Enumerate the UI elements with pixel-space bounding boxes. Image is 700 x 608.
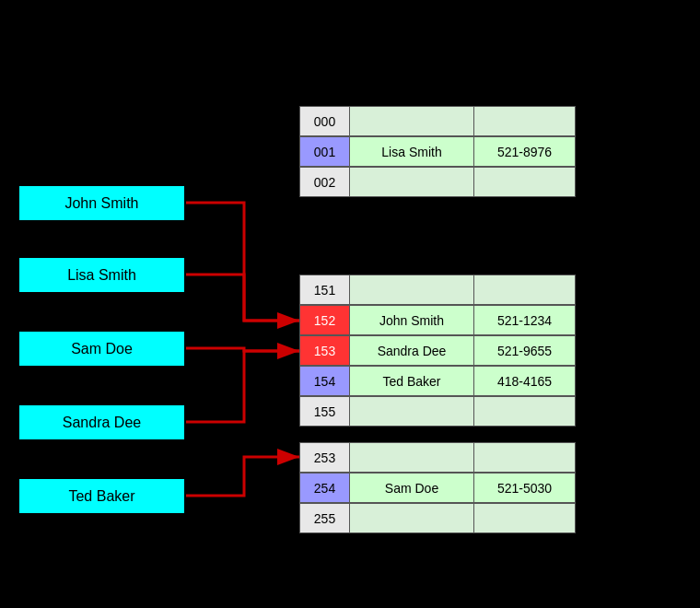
name-box-lisa-smith: Lisa Smith bbox=[18, 256, 186, 294]
table-group-000: 000 001 Lisa Smith 521-8976 002 bbox=[299, 106, 576, 197]
cell-name-155 bbox=[350, 396, 474, 427]
table-row: 253 bbox=[299, 442, 576, 473]
cell-name-254: Sam Doe bbox=[350, 473, 474, 503]
table-row: 151 bbox=[299, 275, 576, 305]
name-label-sandra-dee: Sandra Dee bbox=[63, 415, 141, 431]
arrow-ted-to-253 bbox=[186, 457, 299, 496]
cell-name-001: Lisa Smith bbox=[350, 136, 474, 167]
table-row: 154 Ted Baker 418-4165 bbox=[299, 366, 576, 396]
cell-index-000: 000 bbox=[299, 106, 350, 136]
table-row: 000 bbox=[299, 106, 576, 136]
cell-phone-155 bbox=[474, 396, 576, 427]
cell-name-154: Ted Baker bbox=[350, 366, 474, 396]
cell-name-000 bbox=[350, 106, 474, 136]
cell-phone-000 bbox=[474, 106, 576, 136]
cell-name-255 bbox=[350, 503, 474, 533]
name-box-sandra-dee: Sandra Dee bbox=[18, 403, 186, 441]
cell-index-152: 152 bbox=[299, 305, 350, 335]
cell-phone-254: 521-5030 bbox=[474, 473, 576, 503]
name-box-sam-doe: Sam Doe bbox=[18, 330, 186, 368]
table-group-253: 253 254 Sam Doe 521-5030 255 bbox=[299, 442, 576, 533]
table-row: 001 Lisa Smith 521-8976 bbox=[299, 136, 576, 167]
cell-phone-253 bbox=[474, 442, 576, 473]
cell-index-001: 001 bbox=[299, 136, 350, 167]
cell-phone-002 bbox=[474, 167, 576, 197]
cell-phone-255 bbox=[474, 503, 576, 533]
name-box-ted-baker: Ted Baker bbox=[18, 477, 186, 515]
table-row: 152 John Smith 521-1234 bbox=[299, 305, 576, 335]
cell-phone-153: 521-9655 bbox=[474, 335, 576, 366]
table-row: 153 Sandra Dee 521-9655 bbox=[299, 335, 576, 366]
cell-index-151: 151 bbox=[299, 275, 350, 305]
cell-name-151 bbox=[350, 275, 474, 305]
table-row: 255 bbox=[299, 503, 576, 533]
cell-name-002 bbox=[350, 167, 474, 197]
cell-index-153: 153 bbox=[299, 335, 350, 366]
main-container: John Smith Lisa Smith Sam Doe Sandra Dee… bbox=[0, 0, 700, 608]
cell-index-155: 155 bbox=[299, 396, 350, 427]
arrow-sandra-to-153 bbox=[186, 351, 299, 422]
name-label-john-smith: John Smith bbox=[64, 195, 138, 212]
cell-phone-151 bbox=[474, 275, 576, 305]
cell-index-253: 253 bbox=[299, 442, 350, 473]
table-row: 254 Sam Doe 521-5030 bbox=[299, 473, 576, 503]
cell-name-152: John Smith bbox=[350, 305, 474, 335]
cell-name-253 bbox=[350, 442, 474, 473]
cell-index-154: 154 bbox=[299, 366, 350, 396]
cell-name-153: Sandra Dee bbox=[350, 335, 474, 366]
table-row: 002 bbox=[299, 167, 576, 197]
arrow-lisa-to-152 bbox=[186, 275, 299, 321]
name-box-john-smith: John Smith bbox=[18, 184, 186, 222]
cell-index-255: 255 bbox=[299, 503, 350, 533]
table-row: 155 bbox=[299, 396, 576, 427]
name-label-lisa-smith: Lisa Smith bbox=[67, 267, 136, 284]
arrow-sam-to-153 bbox=[186, 348, 299, 351]
arrow-john-to-152 bbox=[186, 203, 299, 321]
cell-phone-154: 418-4165 bbox=[474, 366, 576, 396]
name-label-ted-baker: Ted Baker bbox=[68, 488, 134, 505]
name-label-sam-doe: Sam Doe bbox=[71, 341, 133, 357]
table-group-151: 151 152 John Smith 521-1234 153 Sandra D… bbox=[299, 275, 576, 427]
cell-index-254: 254 bbox=[299, 473, 350, 503]
cell-phone-001: 521-8976 bbox=[474, 136, 576, 167]
cell-phone-152: 521-1234 bbox=[474, 305, 576, 335]
cell-index-002: 002 bbox=[299, 167, 350, 197]
